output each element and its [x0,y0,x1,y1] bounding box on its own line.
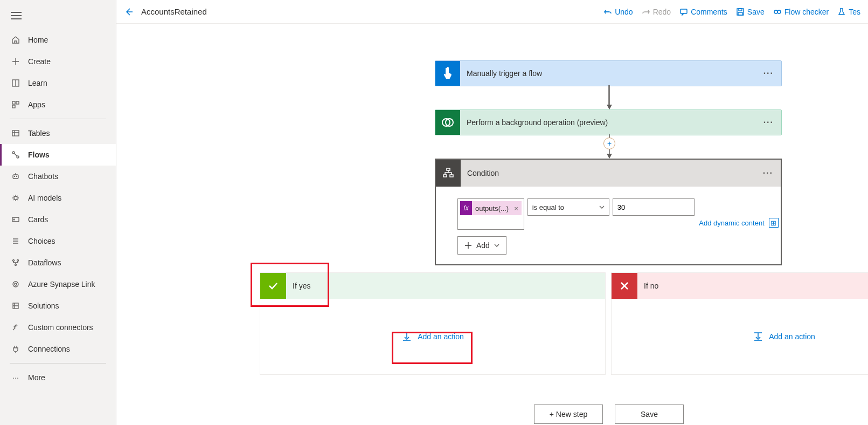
save-flow-button[interactable]: Save [615,405,684,424]
table-icon [11,128,20,138]
add-action-icon [401,331,412,342]
sidebar-item-solutions[interactable]: Solutions [0,295,116,317]
save-flow-label: Save [641,410,658,419]
if-no-header[interactable]: If no [612,273,868,299]
sidebar-item-connectors[interactable]: Custom connectors [0,317,116,338]
save-label: Save [747,8,765,16]
sidebar-item-label: More [28,373,45,382]
svg-point-13 [13,260,15,262]
nav-divider [10,119,106,119]
flow-checker-button[interactable]: Flow checker [773,8,829,16]
condition-body: fx outputs(...) × is equal to [436,187,781,264]
sidebar-item-cards[interactable]: Cards [0,209,116,230]
back-button[interactable] [124,7,134,17]
plug-icon [11,344,20,354]
new-step-label: + New step [550,410,587,419]
chatbot-icon [11,172,20,181]
connector-icon [11,323,20,332]
sidebar-item-learn[interactable]: Learn [0,72,116,94]
sidebar-item-label: Cards [28,215,48,224]
more-icon: ··· [11,373,20,382]
svg-rect-21 [739,9,742,11]
condition-header[interactable]: Condition ··· [436,160,781,187]
add-dynamic-content-link[interactable]: Add dynamic content [699,219,764,227]
test-label: Tes [849,8,860,16]
save-button[interactable]: Save [736,8,765,16]
sidebar-item-aimodels[interactable]: AI models [0,187,116,209]
comments-label: Comments [691,8,727,16]
new-step-button[interactable]: + New step [534,405,603,424]
sidebar-item-label: Flows [28,150,50,159]
condition-card[interactable]: Condition ··· fx outputs(...) × [435,159,782,265]
main: AccountsRetained Undo Redo Comments Save… [116,0,868,425]
svg-point-9 [17,176,17,177]
insert-step-button[interactable]: + [603,138,615,149]
expression-chip[interactable]: fx outputs(...) × [460,201,522,215]
undo-button[interactable]: Undo [603,8,633,16]
svg-point-6 [17,156,19,158]
chevron-down-icon [494,244,499,247]
svg-point-23 [774,10,777,13]
flow-title: AccountsRetained [141,7,207,16]
sidebar-item-flows[interactable]: Flows [0,144,116,166]
comments-button[interactable]: Comments [679,8,727,16]
if-yes-header[interactable]: If yes [260,273,605,299]
operator-select[interactable]: is equal to [527,198,609,216]
card-more-button[interactable]: ··· [756,118,781,127]
sidebar-item-connections[interactable]: Connections [0,338,116,360]
sidebar-item-synapse[interactable]: Azure Synapse Link [0,273,116,295]
add-condition-button[interactable]: Add [457,236,506,255]
sidebar-item-home[interactable]: Home [0,29,116,51]
flow-canvas: Manually trigger a flow ··· Perform a ba… [116,24,868,425]
dataflow-icon [11,258,20,268]
svg-point-14 [17,260,19,262]
test-button[interactable]: Tes [837,8,860,16]
svg-rect-19 [680,9,687,13]
sidebar-item-label: AI models [28,194,61,202]
condition-value-input[interactable] [613,198,695,216]
sidebar-item-apps[interactable]: Apps [0,94,116,115]
dynamic-content-picker-button[interactable]: ⊞ [769,218,779,228]
sidebar-item-chatbots[interactable]: Chatbots [0,166,116,187]
choices-icon [11,236,20,246]
sidebar-item-label: Connections [28,345,70,353]
sidebar-item-label: Choices [28,237,55,245]
sidebar-item-choices[interactable]: Choices [0,230,116,252]
synapse-icon [11,279,20,289]
svg-point-24 [777,10,781,13]
solutions-icon [11,301,20,311]
bgop-label: Perform a background operation (preview) [460,118,756,127]
hamburger-menu[interactable] [0,4,116,29]
expression-text: outputs(...) [475,204,511,212]
redo-label: Redo [653,8,671,16]
touch-icon [435,61,460,86]
redo-button: Redo [642,8,671,16]
sidebar-item-dataflows[interactable]: Dataflows [0,252,116,273]
card-more-button[interactable]: ··· [755,168,781,178]
condition-left-operand[interactable]: fx outputs(...) × [457,198,524,230]
condition-label: Condition [461,169,755,177]
sidebar-item-label: Tables [28,129,50,138]
svg-rect-3 [12,105,15,108]
card-more-button[interactable]: ··· [756,68,781,78]
if-no-branch: If no Add an action [611,272,868,375]
nav-divider [10,363,106,364]
svg-point-16 [13,282,18,287]
remove-expression-button[interactable]: × [511,204,522,212]
add-action-yes[interactable]: Add an action [260,299,605,374]
fx-icon: fx [460,201,472,215]
svg-rect-2 [16,101,19,104]
sidebar-item-tables[interactable]: Tables [0,122,116,144]
svg-rect-33 [443,175,447,177]
undo-label: Undo [615,8,633,16]
svg-point-17 [15,283,17,285]
check-icon [260,273,286,299]
apps-icon [11,100,20,109]
sidebar-item-create[interactable]: Create [0,51,116,72]
trigger-card[interactable]: Manually trigger a flow ··· [435,60,782,86]
svg-rect-34 [450,175,453,177]
top-actions: Undo Redo Comments Save Flow checker Tes [603,8,860,16]
add-action-no[interactable]: Add an action [612,299,868,374]
sidebar-item-more[interactable]: ··· More [0,367,116,388]
background-op-card[interactable]: Perform a background operation (preview)… [435,109,782,135]
